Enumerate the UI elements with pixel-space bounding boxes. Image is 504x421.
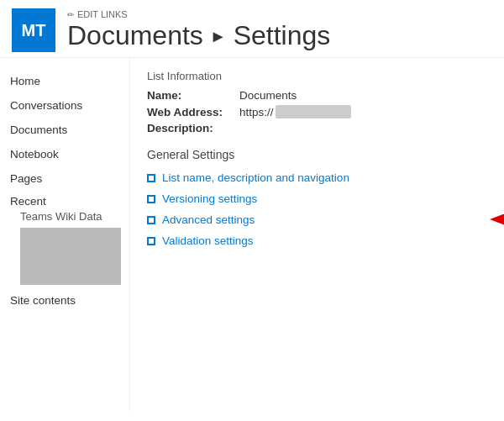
web-address-blurred — [276, 105, 351, 118]
breadcrumb-separator-icon: ► — [210, 27, 227, 45]
main-content: List Information Name: Documents Web Add… — [130, 58, 504, 412]
info-row-name: Name: Documents — [147, 89, 487, 102]
validation-settings-link[interactable]: Validation settings — [162, 234, 254, 247]
header: MT ✏ EDIT LINKS Documents ► Settings — [0, 0, 504, 58]
list-name-link[interactable]: List name, description and navigation — [162, 171, 349, 184]
general-settings-label: General Settings — [147, 148, 487, 161]
info-table: Name: Documents Web Address: https:// De… — [147, 89, 487, 134]
validation-bullet-icon — [147, 237, 155, 245]
sidebar-item-documents[interactable]: Documents — [8, 118, 121, 143]
list-information-label: List Information — [147, 70, 487, 82]
settings-link-item-versioning[interactable]: Versioning settings — [147, 192, 487, 205]
advanced-settings-link[interactable]: Advanced settings — [162, 213, 255, 226]
field-name-label: Name: — [147, 89, 239, 102]
breadcrumb-part1: Documents — [67, 21, 203, 50]
sidebar-recent-item[interactable]: Teams Wiki Data — [8, 210, 121, 223]
info-row-description: Description: — [147, 122, 487, 134]
sidebar-item-site-contents[interactable]: Site contents — [8, 290, 121, 311]
sidebar-item-conversations[interactable]: Conversations — [8, 94, 121, 118]
settings-link-item-list-name[interactable]: List name, description and navigation — [147, 171, 487, 184]
logo-initials: MT — [22, 21, 46, 40]
sidebar: Home Conversations Documents Notebook Pa… — [0, 58, 130, 412]
breadcrumb-part2: Settings — [234, 21, 331, 50]
header-edit-links: ✏ EDIT LINKS Documents ► Settings — [67, 9, 330, 50]
recent-item-thumbnail — [20, 228, 121, 285]
sidebar-item-pages[interactable]: Pages — [8, 167, 121, 192]
field-web-address-value: https:// — [239, 105, 351, 118]
sidebar-item-notebook[interactable]: Notebook — [8, 143, 121, 167]
sidebar-item-home[interactable]: Home — [8, 70, 121, 94]
content-area: Home Conversations Documents Notebook Pa… — [0, 58, 504, 412]
settings-link-item-validation[interactable]: Validation settings — [147, 234, 487, 247]
info-row-web-address: Web Address: https:// — [147, 105, 487, 118]
list-name-bullet-icon — [147, 174, 155, 182]
field-web-address-label: Web Address: — [147, 106, 239, 118]
advanced-bullet-icon — [147, 216, 155, 224]
red-arrow-annotation — [487, 207, 504, 232]
pencil-icon: ✏ — [67, 10, 74, 19]
field-name-value: Documents — [239, 89, 297, 102]
edit-links-row[interactable]: ✏ EDIT LINKS — [67, 9, 330, 19]
breadcrumb-title: Documents ► Settings — [67, 21, 330, 50]
logo-tile: MT — [12, 8, 55, 52]
field-description-label: Description: — [147, 122, 239, 134]
versioning-settings-link[interactable]: Versioning settings — [162, 192, 257, 205]
edit-links-label: EDIT LINKS — [77, 9, 128, 19]
versioning-bullet-icon — [147, 195, 155, 203]
settings-link-item-advanced[interactable]: Advanced settings — [147, 213, 487, 226]
settings-links: List name, description and navigation Ve… — [147, 171, 487, 247]
recent-section-label: Recent — [8, 191, 121, 210]
